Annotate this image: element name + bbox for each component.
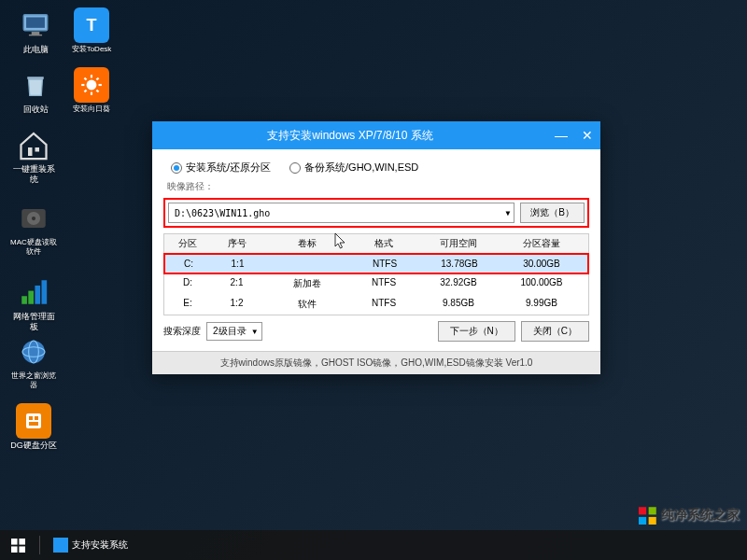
bin-icon bbox=[21, 71, 49, 99]
svg-rect-17 bbox=[26, 413, 41, 428]
watermark-logo bbox=[639, 506, 657, 525]
modal-title: 支持安装windows XP/7/8/10 系统 bbox=[152, 128, 548, 144]
svg-point-14 bbox=[22, 341, 45, 363]
th-size: 分区容量 bbox=[500, 234, 588, 253]
modal-footer: 支持windows原版镜像，GHOST ISO镜像，GHO,WIM,ESD镜像安… bbox=[152, 351, 600, 374]
radio-install[interactable]: 安装系统/还原分区 bbox=[171, 161, 271, 175]
desktop-icon-label: DG硬盘分区 bbox=[9, 441, 58, 451]
minimize-button[interactable]: — bbox=[548, 121, 574, 149]
watermark: 纯净系统之家 bbox=[639, 506, 740, 525]
svg-line-28 bbox=[84, 90, 86, 91]
desktop-icon-sunlogin[interactable]: 安装向日葵 bbox=[67, 67, 116, 114]
svg-rect-12 bbox=[35, 286, 40, 304]
svg-rect-34 bbox=[639, 507, 646, 514]
svg-rect-13 bbox=[42, 280, 48, 304]
taskbar-item[interactable]: 支持安装系统 bbox=[44, 530, 137, 560]
desktop-icon-label: 回收站 bbox=[11, 105, 60, 115]
svg-rect-3 bbox=[29, 35, 42, 35]
table-row[interactable]: C: 1:1 NTFS 13.78GB 30.00GB bbox=[165, 255, 587, 273]
close-btn2[interactable]: 关闭（C） bbox=[521, 321, 589, 342]
th-index: 序号 bbox=[211, 234, 262, 253]
depth-label: 搜索深度 bbox=[163, 325, 201, 338]
th-free: 可用空间 bbox=[416, 234, 500, 253]
path-highlight: D:\0623\WIN11.gho▼ 浏览（B） bbox=[163, 198, 589, 228]
path-value: D:\0623\WIN11.gho bbox=[175, 208, 270, 218]
desktop-icon-label: 世界之窗浏览器 bbox=[9, 371, 58, 389]
chevron-down-icon: ▼ bbox=[251, 328, 259, 336]
table-row[interactable]: E: 1:2 软件 NTFS 9.85GB 9.99GB bbox=[164, 294, 588, 315]
th-label: 卷标 bbox=[262, 234, 351, 253]
taskbar: 支持安装系统 bbox=[0, 530, 747, 560]
network-icon bbox=[18, 276, 49, 308]
svg-line-29 bbox=[96, 77, 98, 79]
desktop-icon-network[interactable]: 网络管理面板 bbox=[9, 274, 58, 332]
svg-point-21 bbox=[87, 80, 97, 91]
svg-rect-30 bbox=[11, 539, 18, 545]
path-label: 映像路径： bbox=[163, 178, 589, 196]
desktop-icon-label: 一键重装系统 bbox=[9, 164, 58, 185]
taskbar-app-icon bbox=[53, 538, 68, 553]
svg-rect-31 bbox=[19, 539, 25, 545]
radio-label: 备份系统/GHO,WIN,ESD bbox=[304, 161, 418, 175]
svg-rect-5 bbox=[28, 147, 33, 156]
svg-rect-19 bbox=[35, 416, 38, 420]
svg-rect-6 bbox=[35, 147, 40, 152]
svg-line-27 bbox=[96, 90, 98, 91]
taskbar-item-label: 支持安装系统 bbox=[72, 539, 128, 552]
desktop-icon-mac-disk[interactable]: MAC硬盘读取软件 bbox=[9, 201, 58, 256]
table-header: 分区 序号 卷标 格式 可用空间 分区容量 bbox=[164, 234, 588, 254]
svg-rect-33 bbox=[19, 546, 25, 553]
desktop-icon-label: 安装ToDesk bbox=[67, 45, 116, 54]
next-button[interactable]: 下一步（N） bbox=[438, 321, 515, 342]
desktop-icon-label: 此电脑 bbox=[11, 45, 60, 55]
svg-rect-36 bbox=[639, 517, 646, 525]
modal-titlebar[interactable]: 支持安装windows XP/7/8/10 系统 — ✕ bbox=[152, 121, 600, 149]
svg-rect-2 bbox=[32, 32, 40, 35]
radio-backup[interactable]: 备份系统/GHO,WIN,ESD bbox=[289, 161, 418, 175]
browse-button[interactable]: 浏览（B） bbox=[520, 203, 585, 223]
svg-rect-10 bbox=[21, 296, 27, 304]
dg-app-icon bbox=[16, 403, 51, 439]
disk-icon bbox=[18, 203, 49, 234]
windows-icon bbox=[11, 539, 25, 553]
row-highlight: C: 1:1 NTFS 13.78GB 30.00GB bbox=[163, 253, 589, 274]
desktop-icon-todesk[interactable]: T 安装ToDesk bbox=[67, 7, 116, 54]
search-depth-select[interactable]: 2级目录▼ bbox=[206, 322, 262, 341]
partition-table: 分区 序号 卷标 格式 可用空间 分区容量 C: 1:1 NTFS 13.78G… bbox=[163, 233, 589, 315]
svg-rect-37 bbox=[649, 517, 656, 525]
table-row[interactable]: D: 2:1 新加卷 NTFS 32.92GB 100.00GB bbox=[164, 273, 588, 294]
chevron-down-icon: ▼ bbox=[506, 209, 511, 217]
th-format: 格式 bbox=[351, 234, 416, 253]
close-button[interactable]: ✕ bbox=[574, 121, 600, 149]
todesk-app-icon: T bbox=[74, 7, 109, 43]
svg-rect-32 bbox=[11, 546, 18, 553]
desktop-icon-reinstall[interactable]: 一键重装系统 bbox=[9, 127, 58, 185]
desktop-icon-label: MAC硬盘读取软件 bbox=[9, 238, 58, 256]
desktop-icon-browser[interactable]: 世界之窗浏览器 bbox=[9, 334, 58, 389]
svg-point-9 bbox=[32, 217, 35, 220]
desktop-icon-label: 网络管理面板 bbox=[9, 312, 58, 332]
desktop-icon-label: 安装向日葵 bbox=[67, 105, 116, 114]
radio-icon bbox=[171, 162, 182, 174]
desktop-icon-dg[interactable]: DG硬盘分区 bbox=[9, 403, 58, 451]
install-modal: 支持安装windows XP/7/8/10 系统 — ✕ 安装系统/还原分区 备… bbox=[152, 121, 600, 374]
svg-rect-11 bbox=[28, 291, 34, 304]
svg-rect-4 bbox=[27, 77, 44, 79]
radio-label: 安装系统/还原分区 bbox=[186, 161, 271, 175]
pc-icon bbox=[20, 9, 51, 41]
globe-icon bbox=[19, 337, 49, 367]
svg-line-26 bbox=[84, 77, 86, 79]
image-path-combo[interactable]: D:\0623\WIN11.gho▼ bbox=[168, 203, 514, 223]
svg-rect-35 bbox=[649, 507, 656, 514]
house-icon bbox=[17, 128, 50, 161]
desktop-icon-this-pc[interactable]: 此电脑 bbox=[11, 7, 60, 55]
th-partition: 分区 bbox=[164, 234, 211, 253]
svg-rect-1 bbox=[26, 18, 45, 28]
svg-rect-18 bbox=[29, 416, 33, 420]
desktop-icon-recycle-bin[interactable]: 回收站 bbox=[11, 67, 60, 115]
svg-rect-20 bbox=[29, 422, 38, 426]
sunlogin-app-icon bbox=[74, 67, 109, 103]
start-button[interactable] bbox=[0, 530, 35, 560]
radio-icon bbox=[289, 162, 301, 174]
